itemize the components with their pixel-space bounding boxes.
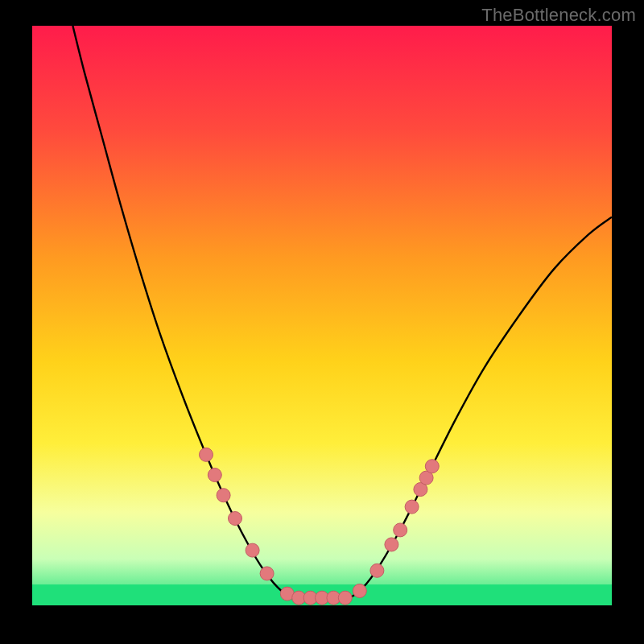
data-marker [260, 567, 274, 580]
plot-area [32, 26, 612, 605]
data-marker [229, 512, 242, 526]
chart-frame: TheBottleneck.com [0, 0, 644, 644]
data-marker [246, 543, 259, 557]
data-marker [405, 500, 419, 514]
data-marker [200, 448, 213, 461]
data-marker [370, 564, 384, 577]
data-marker [425, 460, 439, 473]
data-marker [208, 469, 221, 482]
watermark-text: TheBottleneck.com [481, 5, 636, 26]
gradient-background [32, 26, 612, 605]
data-marker [338, 591, 352, 605]
data-marker [385, 538, 398, 551]
data-marker [353, 584, 366, 598]
data-marker [394, 523, 407, 537]
chart-svg [32, 26, 612, 605]
data-marker [217, 489, 230, 502]
